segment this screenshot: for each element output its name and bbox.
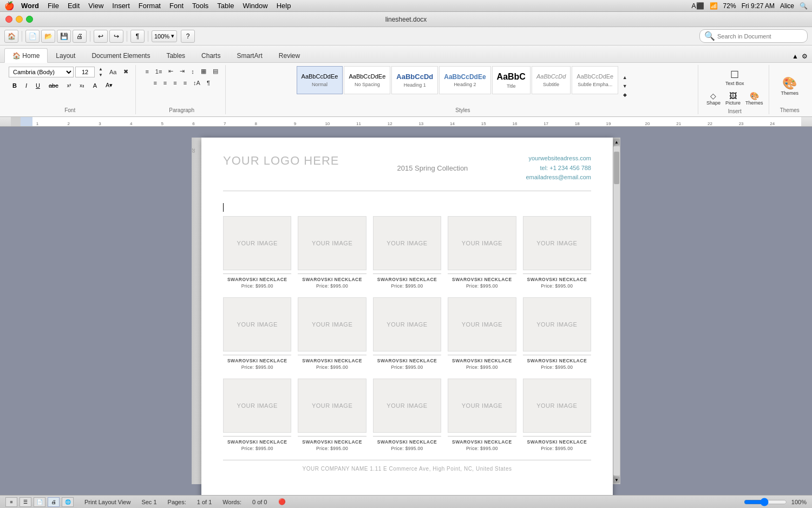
ruler-mark-3: 3 (99, 121, 101, 126)
spotlight-icon[interactable]: 🔍 (800, 2, 808, 10)
styles-more[interactable]: ◆ (620, 92, 629, 98)
font-family-selector[interactable]: Cambria (Body) (9, 67, 74, 77)
style-subtle[interactable]: AaBbCcDdEe Subtle Empha... (572, 66, 618, 94)
style-nospacing[interactable]: AaBbCcDdEe No Spacing (344, 66, 390, 94)
menu-table[interactable]: Table (217, 2, 234, 10)
menu-file[interactable]: File (48, 2, 59, 10)
product-item-1: YOUR IMAGE SWAROVSKI NECKLACE Price: $99… (223, 216, 291, 289)
open-btn[interactable]: 📂 (41, 30, 55, 43)
menu-window[interactable]: Window (243, 2, 267, 10)
product-name-14: SWAROVSKI NECKLACE (448, 439, 516, 445)
align-center-btn[interactable]: ≡ (161, 78, 169, 88)
home-btn[interactable]: 🏠 (4, 30, 18, 43)
close-button[interactable] (5, 16, 12, 23)
search-input[interactable] (717, 33, 803, 40)
border-btn[interactable]: ▦ (198, 66, 209, 76)
textbox-btn[interactable]: ☐ Text Box (722, 66, 748, 89)
styles-scroll-down[interactable]: ▼ (620, 83, 629, 89)
maximize-button[interactable] (26, 16, 33, 23)
scroll-thumb[interactable] (614, 152, 619, 184)
style-heading1[interactable]: AaBbCcDd Heading 1 (391, 66, 438, 94)
font-color-btn[interactable]: A (89, 80, 101, 91)
tab-home[interactable]: 🏠 Home (4, 48, 48, 63)
tab-layout[interactable]: Layout (48, 48, 83, 62)
outdent-btn[interactable]: ⇤ (166, 66, 176, 76)
style-normal[interactable]: AaBbCcDdEe Normal (297, 66, 343, 94)
pages-label: Pages: (168, 499, 186, 505)
document[interactable]: YOUR LOGO HERE 2015 Spring Collection yo… (201, 138, 613, 495)
bullet-list-btn[interactable]: ≡ (142, 66, 151, 76)
sort-btn[interactable]: ↕A (191, 78, 203, 88)
subscript-btn[interactable]: x₂ (76, 81, 88, 90)
scroll-down-btn[interactable]: ▼ (613, 477, 620, 483)
indent-btn[interactable]: ⇥ (177, 66, 187, 76)
minimize-button[interactable] (16, 16, 23, 23)
styles-scroll-up[interactable]: ▲ (620, 74, 629, 81)
style-heading2[interactable]: AaBbCcDdEe Heading 2 (439, 66, 490, 94)
line-spacing-btn[interactable]: ↕ (188, 66, 197, 76)
zoom-slider[interactable] (744, 498, 787, 506)
superscript-btn[interactable]: x² (63, 81, 75, 90)
tab-charts[interactable]: Charts (193, 48, 228, 62)
shape-btn[interactable]: ◇ Shape (705, 90, 722, 107)
themes-insert-btn[interactable]: 🎨 Themes (744, 90, 765, 107)
themes-btn[interactable]: 🎨 Themes (776, 74, 803, 99)
save-btn[interactable]: 💾 (57, 30, 71, 43)
align-left-btn[interactable]: ≡ (150, 78, 159, 88)
justify-btn[interactable]: ≡ (181, 78, 189, 88)
view-draft-btn[interactable]: 📄 (34, 497, 45, 507)
underline-btn[interactable]: U (32, 80, 44, 91)
picture-btn[interactable]: 🖼 Picture (724, 90, 742, 107)
menu-font[interactable]: Font (169, 2, 184, 10)
clear-format-btn[interactable]: ✖ (121, 67, 131, 77)
scroll-track[interactable] (613, 146, 620, 476)
style-title[interactable]: AaBbC Title (492, 66, 531, 94)
font-format-btn[interactable]: Aa (107, 67, 119, 77)
tab-tables[interactable]: Tables (158, 48, 193, 62)
highlight-btn[interactable]: A▾ (102, 80, 116, 91)
view-print-btn[interactable]: 🖨 (48, 497, 60, 507)
view-web-btn[interactable]: 🌐 (62, 497, 74, 507)
format-btn[interactable]: ¶ (130, 30, 145, 43)
view-outline-btn[interactable]: ☰ (19, 497, 31, 507)
style-h1-preview: AaBbCcDd (396, 73, 433, 81)
scroll-up-btn[interactable]: ▲ (613, 139, 620, 145)
menu-word[interactable]: Word (21, 2, 39, 10)
scrollbar-vertical[interactable]: ▲ ▼ (613, 138, 620, 484)
bold-btn[interactable]: B (9, 80, 21, 91)
menu-format[interactable]: Format (139, 2, 161, 10)
menu-help[interactable]: Help (277, 2, 291, 10)
menu-tools[interactable]: Tools (192, 2, 208, 10)
new-btn[interactable]: 📄 (25, 30, 40, 43)
strikethrough-btn[interactable]: abc (45, 80, 62, 91)
italic-btn[interactable]: I (22, 80, 31, 91)
undo-btn[interactable]: ↩ (94, 30, 108, 43)
menu-view[interactable]: View (88, 2, 103, 10)
menu-insert[interactable]: Insert (112, 2, 130, 10)
font-size-down[interactable]: ▼ (96, 72, 105, 77)
redo-btn[interactable]: ↪ (109, 30, 123, 43)
cursor-line[interactable] (223, 202, 591, 212)
view-normal-btn[interactable]: ≡ (5, 497, 17, 507)
help-btn[interactable]: ? (181, 30, 195, 43)
print-btn[interactable]: 🖨 (73, 30, 87, 43)
zoom-dropdown[interactable]: 100% ▾ (152, 30, 177, 42)
pilcrow-btn[interactable]: ¶ (204, 78, 213, 88)
style-h2-preview: AaBbCcDdEe (444, 73, 486, 81)
collapse-ribbon-btn[interactable]: ▲ (792, 53, 798, 60)
words-value: 0 of 0 (252, 499, 267, 505)
tab-smartart[interactable]: SmartArt (228, 48, 270, 62)
document-search-box[interactable]: 🔍 (699, 29, 808, 43)
font-size-input[interactable] (75, 67, 95, 77)
font-size-up[interactable]: ▲ (96, 66, 105, 71)
tab-review[interactable]: Review (271, 48, 308, 62)
style-subtitle[interactable]: AaBbCcDd Subtitle (532, 66, 571, 94)
align-right-btn[interactable]: ≡ (171, 78, 179, 88)
apple-menu[interactable]: 🍎 (4, 1, 15, 11)
numbered-list-btn[interactable]: 1≡ (153, 66, 165, 76)
tab-document-elements[interactable]: Document Elements (83, 48, 158, 62)
menu-edit[interactable]: Edit (68, 2, 80, 10)
shading-btn[interactable]: ▤ (210, 66, 221, 76)
main-area[interactable]: 1 2 3 4 5 6 7 8 9 10 11 12 13 14 15 16 1… (0, 127, 812, 495)
ribbon-options-btn[interactable]: ⚙ (802, 53, 808, 60)
